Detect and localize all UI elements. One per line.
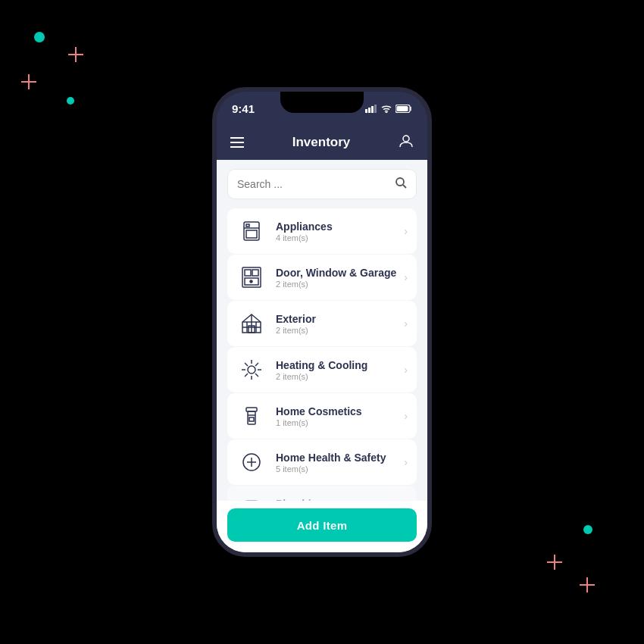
- home-cosmetics-text: Home Cosmetics 1 item(s): [276, 405, 404, 427]
- search-bar[interactable]: [227, 169, 417, 199]
- heating-cooling-count: 2 item(s): [276, 372, 404, 381]
- add-item-bar: Add Item: [217, 501, 427, 552]
- battery-icon: [395, 105, 412, 113]
- svg-rect-3: [374, 105, 377, 113]
- category-home-health-safety[interactable]: Home Health & Safety 5 item(s) ›: [227, 439, 417, 485]
- door-window-icon: [236, 262, 267, 292]
- search-magnifier-icon: [395, 177, 407, 189]
- svg-point-7: [403, 136, 409, 142]
- door-window-text: Door, Window & Garage 2 item(s): [276, 267, 404, 289]
- category-exterior[interactable]: Exterior 2 item(s) ›: [227, 301, 417, 346]
- home-health-safety-chevron: ›: [404, 456, 408, 468]
- category-plumbing-partial[interactable]: Plumbing 3 item(s) ›: [227, 486, 417, 501]
- category-list: Appliances 4 item(s) › Door: [217, 205, 427, 501]
- home-cosmetics-count: 1 item(s): [276, 418, 404, 427]
- category-door-window[interactable]: Door, Window & Garage 2 item(s) ›: [227, 255, 417, 300]
- home-cosmetics-icon: [236, 401, 267, 431]
- heating-cooling-icon: [236, 355, 267, 385]
- phone-shell: 9:41: [212, 87, 432, 557]
- appliances-count: 4 item(s): [276, 233, 404, 242]
- teal-dot-top-left: [34, 32, 45, 42]
- svg-line-9: [403, 185, 406, 188]
- svg-rect-6: [397, 106, 408, 111]
- door-window-count: 2 item(s): [276, 280, 404, 289]
- profile-button[interactable]: [399, 133, 414, 152]
- category-home-cosmetics[interactable]: Home Cosmetics 1 item(s) ›: [227, 393, 417, 439]
- add-item-button[interactable]: Add Item: [227, 508, 417, 542]
- home-health-safety-count: 5 item(s): [276, 464, 404, 474]
- svg-rect-38: [249, 417, 254, 421]
- category-heating-cooling[interactable]: Heating & Cooling 2 item(s) ›: [227, 347, 417, 392]
- profile-icon: [399, 133, 414, 148]
- home-cosmetics-chevron: ›: [404, 410, 408, 422]
- svg-rect-12: [246, 224, 249, 227]
- svg-rect-2: [371, 106, 374, 113]
- svg-rect-16: [252, 270, 258, 276]
- heating-cooling-name: Heating & Cooling: [276, 359, 404, 371]
- heating-cooling-text: Heating & Cooling 2 item(s): [276, 359, 404, 381]
- svg-rect-15: [245, 270, 251, 276]
- home-cosmetics-name: Home Cosmetics: [276, 405, 404, 417]
- appliances-icon: [236, 216, 267, 246]
- svg-point-26: [248, 366, 255, 374]
- category-appliances[interactable]: Appliances 4 item(s) ›: [227, 208, 417, 254]
- wifi-icon: [381, 105, 392, 113]
- home-health-safety-name: Home Health & Safety: [276, 452, 404, 464]
- svg-rect-13: [246, 230, 257, 238]
- exterior-name: Exterior: [276, 313, 404, 325]
- teal-dot-small: [67, 97, 74, 105]
- appliances-text: Appliances 4 item(s): [276, 220, 404, 242]
- svg-line-31: [245, 363, 248, 366]
- plumbing-text: Plumbing 3 item(s): [276, 498, 404, 502]
- svg-point-4: [386, 112, 387, 113]
- door-window-name: Door, Window & Garage: [276, 267, 404, 279]
- svg-point-18: [250, 280, 252, 283]
- search-icon[interactable]: [395, 177, 407, 192]
- exterior-chevron: ›: [404, 317, 408, 330]
- plumbing-name: Plumbing: [276, 498, 404, 502]
- status-time: 9:41: [232, 102, 255, 115]
- teal-dot-bottom-right: [583, 525, 592, 534]
- status-icons: [365, 105, 412, 113]
- menu-button[interactable]: [230, 137, 244, 148]
- plumbing-icon: [236, 493, 267, 501]
- exterior-text: Exterior 2 item(s): [276, 313, 404, 335]
- appliances-chevron: ›: [404, 225, 408, 237]
- svg-line-32: [255, 374, 258, 377]
- appliances-name: Appliances: [276, 220, 404, 233]
- exterior-count: 2 item(s): [276, 326, 404, 335]
- exterior-icon: [236, 308, 267, 339]
- svg-line-33: [255, 363, 258, 366]
- home-health-safety-text: Home Health & Safety 5 item(s): [276, 452, 404, 474]
- svg-line-34: [245, 374, 248, 377]
- svg-rect-1: [368, 108, 370, 113]
- status-bar: 9:41: [217, 92, 427, 125]
- nav-title: Inventory: [292, 135, 351, 150]
- signal-icon: [365, 105, 377, 113]
- content-area: Appliances 4 item(s) › Door: [217, 160, 427, 552]
- svg-point-8: [396, 178, 404, 186]
- svg-rect-0: [365, 109, 367, 113]
- door-window-chevron: ›: [404, 271, 408, 283]
- heating-cooling-chevron: ›: [404, 364, 408, 376]
- home-health-safety-icon: [236, 447, 267, 477]
- nav-bar: Inventory: [217, 125, 427, 160]
- notch: [280, 92, 364, 113]
- search-input[interactable]: [237, 178, 395, 190]
